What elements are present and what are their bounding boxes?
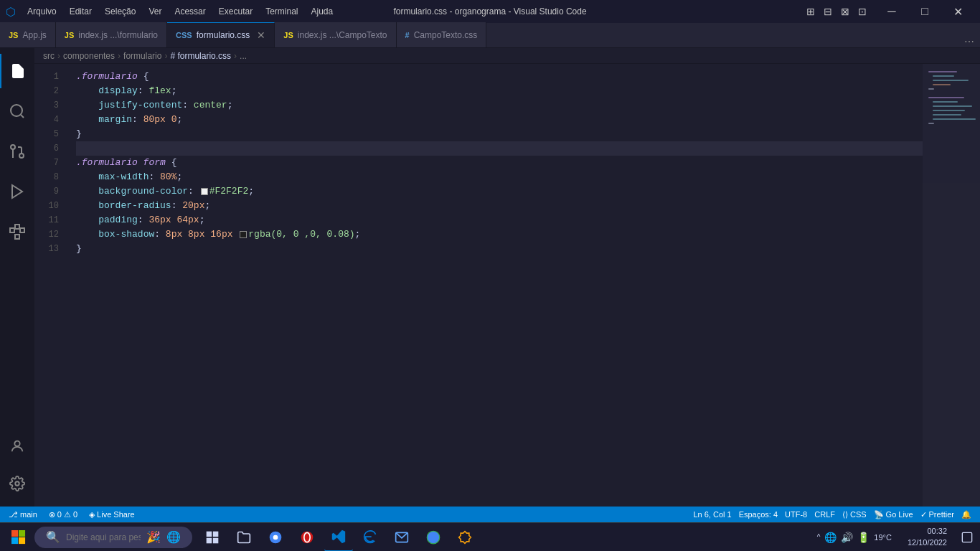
- check-icon: ✓: [920, 510, 927, 519]
- breadcrumb-formulario: formulario: [123, 51, 161, 61]
- code-line-6: [76, 141, 923, 156]
- taskbar: 🔍 🎉 🌐: [0, 522, 980, 551]
- line-num-3: 3: [34, 98, 59, 113]
- taskbar-chrome-2[interactable]: [419, 523, 448, 552]
- menu-ajuda[interactable]: Ajuda: [306, 4, 339, 19]
- activity-bar: [0, 48, 34, 507]
- svg-rect-7: [20, 228, 24, 232]
- tabbar: JS App.js JS index.js ...\formulario CSS…: [0, 23, 980, 48]
- code-editor[interactable]: 1 2 3 4 5 6 7 8 9 10 11 12 13 .formulari…: [34, 64, 980, 507]
- taskbar-clock[interactable]: 00:32 12/10/2022: [902, 526, 953, 548]
- tray-network-icon[interactable]: 🌐: [824, 532, 837, 543]
- menu-selecao[interactable]: Seleção: [99, 4, 141, 19]
- svg-point-37: [427, 531, 440, 544]
- tab-index-js-campo[interactable]: JS index.js ...\CampoTexto: [275, 22, 396, 47]
- activity-extensions-icon[interactable]: [0, 215, 34, 249]
- split-editor-icon[interactable]: ⊞: [804, 4, 818, 19]
- tray-speaker-icon[interactable]: 🔊: [841, 532, 853, 543]
- status-prettier[interactable]: ✓ Prettier: [918, 510, 957, 519]
- status-encoding[interactable]: UTF-8: [782, 510, 810, 519]
- layout-icons: ⊞ ⊟ ⊠ ⊡: [804, 4, 870, 19]
- svg-rect-15: [933, 84, 951, 85]
- svg-rect-24: [11, 530, 18, 537]
- tab-formulario-css[interactable]: CSS formulario.css ✕: [167, 22, 275, 47]
- js-icon: JS: [65, 31, 74, 39]
- tab-close-button[interactable]: ✕: [257, 29, 265, 41]
- activity-account-icon[interactable]: [0, 429, 34, 463]
- bing-icon: 🌐: [166, 530, 181, 544]
- menu-acessar[interactable]: Acessar: [169, 4, 211, 19]
- line-num-13: 13: [34, 242, 59, 256]
- taskbar-tray: ^ 🌐 🔊 🔋 19°C: [811, 532, 897, 543]
- taskbar-app-opera[interactable]: [293, 523, 321, 552]
- svg-rect-31: [213, 537, 219, 543]
- svg-rect-28: [207, 531, 212, 537]
- line-num-2: 2: [34, 84, 59, 98]
- status-line-ending[interactable]: CRLF: [811, 510, 838, 519]
- split-editor-icon[interactable]: ⋯: [964, 36, 974, 47]
- activity-settings-icon[interactable]: [0, 466, 34, 501]
- svg-rect-14: [933, 80, 969, 81]
- taskbar-puzzle[interactable]: [451, 523, 479, 552]
- menu-executar[interactable]: Executar: [213, 4, 258, 19]
- status-lineending-label: CRLF: [814, 510, 835, 519]
- taskbar-search-box[interactable]: 🔍 🎉 🌐: [34, 527, 192, 548]
- svg-rect-17: [928, 97, 964, 98]
- statusbar-right: Ln 6, Col 1 Espaços: 4 UTF-8 CRLF ⟨⟩ CSS…: [690, 510, 974, 519]
- taskbar-edge[interactable]: [356, 523, 385, 552]
- code-line-7: .formulario form {: [76, 156, 923, 170]
- status-notification[interactable]: 🔔: [958, 510, 974, 519]
- layout-icon-2[interactable]: ⊟: [821, 4, 835, 19]
- status-golive[interactable]: 📡 Go Live: [871, 510, 916, 519]
- code-line-1: .formulario {: [76, 70, 923, 84]
- color-swatch-rgba: [240, 231, 247, 238]
- tab-label: formulario.css: [197, 30, 250, 40]
- activity-source-control-icon[interactable]: [0, 134, 34, 169]
- svg-point-3: [11, 145, 15, 149]
- svg-rect-22: [933, 118, 976, 120]
- layout-icon-3[interactable]: ⊠: [838, 4, 852, 19]
- menu-arquivo[interactable]: Arquivo: [22, 4, 62, 19]
- svg-rect-20: [933, 110, 965, 111]
- menu-ver[interactable]: Ver: [143, 4, 167, 19]
- layout-icon-4[interactable]: ⊡: [855, 4, 870, 19]
- tray-chevron-icon[interactable]: ^: [817, 533, 821, 541]
- taskbar-mail[interactable]: [387, 523, 416, 552]
- code-line-2: display : flex ;: [76, 84, 923, 98]
- svg-point-0: [11, 105, 22, 116]
- taskbar-file-explorer[interactable]: [230, 523, 258, 552]
- activity-search-icon[interactable]: [0, 94, 34, 128]
- tab-app-js[interactable]: JS App.js: [0, 22, 56, 47]
- taskbar-task-view[interactable]: [198, 523, 227, 552]
- menu-terminal[interactable]: Terminal: [260, 4, 303, 19]
- windows-start-button[interactable]: [3, 523, 34, 552]
- titlebar: ⬡ Arquivo Editar Seleção Ver Acessar Exe…: [0, 0, 980, 23]
- svg-line-1: [21, 115, 24, 118]
- tab-campotexto-css[interactable]: # CampoTexto.css: [397, 22, 487, 47]
- status-errors[interactable]: ⊗ 0 ⚠ 0: [46, 510, 80, 519]
- status-branch[interactable]: ⎇ main: [6, 510, 40, 519]
- minimize-button[interactable]: ─: [875, 0, 908, 23]
- status-spaces[interactable]: Espaços: 4: [736, 510, 781, 519]
- status-liveshare[interactable]: ◈ Live Share: [86, 510, 138, 519]
- liveshare-icon: ◈: [89, 510, 95, 519]
- activity-debug-icon[interactable]: [0, 174, 34, 209]
- status-language[interactable]: ⟨⟩ CSS: [839, 510, 870, 519]
- taskbar-vscode[interactable]: [324, 523, 353, 552]
- tray-battery-icon[interactable]: 🔋: [857, 532, 870, 543]
- menu-editar[interactable]: Editar: [64, 4, 98, 19]
- line-num-11: 11: [34, 213, 59, 227]
- code-content[interactable]: .formulario { display : flex ; justify-c…: [70, 64, 923, 507]
- svg-point-34: [301, 531, 314, 543]
- close-button[interactable]: ✕: [941, 0, 974, 23]
- notification-center-button[interactable]: [957, 523, 977, 552]
- activity-files-icon[interactable]: [0, 54, 34, 88]
- svg-rect-29: [213, 531, 219, 537]
- taskbar-chrome[interactable]: [261, 523, 290, 552]
- maximize-button[interactable]: □: [908, 0, 941, 23]
- main-area: src › componentes › formulario › # formu…: [0, 48, 980, 507]
- taskbar-search-input[interactable]: [66, 532, 141, 542]
- window-title: formulario.css - organograma - Visual St…: [393, 6, 586, 17]
- status-position[interactable]: Ln 6, Col 1: [690, 510, 734, 519]
- tab-index-js[interactable]: JS index.js ...\formulario: [56, 22, 167, 47]
